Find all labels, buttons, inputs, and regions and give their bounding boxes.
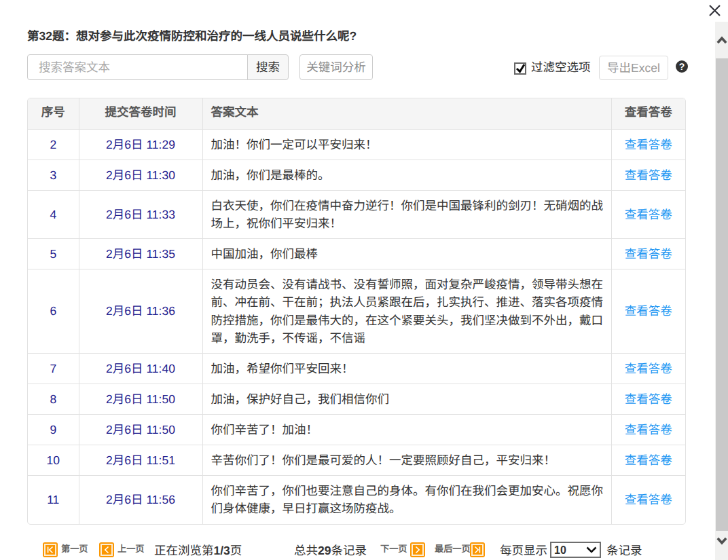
cell-submit-time: 2月6日 11:29 (79, 130, 202, 160)
prev-page-icon[interactable] (99, 542, 114, 557)
table-row: 62月6日 11:36没有动员会、没有请战书、没有誓师照，面对复杂严峻疫情，领导… (28, 269, 685, 354)
export-excel-button[interactable]: 导出Excel (599, 56, 668, 80)
cell-view: 查看答卷 (611, 476, 685, 525)
cell-view: 查看答卷 (611, 354, 685, 384)
answers-table: 序号 提交答卷时间 答案文本 查看答卷 22月6日 11:29加油！你们一定可以… (27, 98, 686, 525)
cell-index: 10 (28, 445, 79, 476)
view-answer-link[interactable]: 查看答卷 (625, 392, 672, 406)
page-fraction: 1/3 (214, 544, 230, 557)
cell-answer-text: 白衣天使，你们在疫情中奋力逆行！你们是中国最锋利的剑刃！无硝烟的战场上，祝你们平… (202, 191, 611, 239)
question-title: 第32题：想对参与此次疫情防控和治疗的一线人员说些什么呢? (27, 27, 357, 44)
cell-submit-time: 2月6日 11:50 (79, 384, 202, 415)
cell-submit-time: 2月6日 11:33 (79, 191, 202, 239)
cell-index: 6 (28, 269, 79, 354)
page-size-select[interactable]: 10 (550, 542, 601, 558)
cell-answer-text: 你们辛苦了，你们也要注意自己的身体。有你们在我们会更加安心。祝愿你们身体健康，早… (202, 476, 611, 525)
header-view: 查看答卷 (611, 98, 685, 130)
cell-submit-time: 2月6日 11:56 (79, 476, 202, 525)
cell-index: 8 (28, 384, 79, 415)
view-answer-link[interactable]: 查看答卷 (625, 304, 672, 318)
filter-empty-label: 过滤空选项 (531, 54, 591, 80)
prev-page-button[interactable]: 上一页 (117, 544, 145, 555)
cell-answer-text: 加油！你们一定可以平安归来！ (202, 130, 611, 160)
cell-view: 查看答卷 (611, 160, 685, 191)
cell-view: 查看答卷 (611, 384, 685, 415)
page-size-select-wrap: 10 (550, 542, 601, 558)
search-input[interactable] (27, 54, 248, 80)
table-header-row: 序号 提交答卷时间 答案文本 查看答卷 (28, 98, 685, 130)
cell-index: 11 (28, 476, 79, 525)
cell-index: 3 (28, 160, 79, 191)
view-answer-link[interactable]: 查看答卷 (625, 493, 672, 506)
search-button[interactable]: 搜索 (247, 54, 289, 80)
header-answer: 答案文本 (202, 98, 611, 130)
table-row: 22月6日 11:29加油！你们一定可以平安归来！查看答卷 (28, 130, 685, 160)
page-position-text: 正在浏览第1/3页 (154, 542, 242, 559)
page-size-suffix: 条记录 (606, 542, 642, 559)
view-answer-link[interactable]: 查看答卷 (625, 138, 672, 151)
filter-empty-checkbox[interactable] (514, 62, 526, 75)
view-answer-link[interactable]: 查看答卷 (625, 208, 672, 221)
cell-view: 查看答卷 (611, 239, 685, 269)
cell-view: 查看答卷 (611, 269, 685, 354)
table-row: 82月6日 11:50加油，保护好自己，我们相信你们查看答卷 (28, 384, 685, 415)
cell-view: 查看答卷 (611, 445, 685, 476)
cell-submit-time: 2月6日 11:36 (79, 269, 202, 354)
cell-index: 4 (28, 191, 79, 239)
cell-submit-time: 2月6日 11:35 (79, 239, 202, 269)
last-page-button[interactable]: 最后一页 (435, 544, 471, 555)
header-time: 提交答卷时间 (79, 98, 202, 130)
page-size-prefix: 每页显示 (500, 542, 547, 559)
cell-answer-text: 加油，希望你们平安回来！ (202, 354, 611, 384)
scrollbar-up-icon[interactable] (716, 35, 727, 44)
total-count: 29 (318, 544, 331, 557)
next-page-button[interactable]: 下一页 (380, 544, 407, 555)
first-page-button[interactable]: 第一页 (61, 544, 88, 555)
keyword-analysis-button[interactable]: 关键词分析 (299, 54, 373, 80)
cell-answer-text: 加油，保护好自己，我们相信你们 (202, 384, 611, 415)
header-index: 序号 (28, 98, 79, 130)
table-row: 32月6日 11:30加油，你们是最棒的。查看答卷 (28, 160, 685, 191)
cell-submit-time: 2月6日 11:51 (79, 445, 202, 476)
cell-submit-time: 2月6日 11:30 (79, 160, 202, 191)
close-icon[interactable] (709, 5, 721, 16)
view-answer-link[interactable]: 查看答卷 (625, 168, 672, 182)
table-row: 42月6日 11:33白衣天使，你们在疫情中奋力逆行！你们是中国最锋利的剑刃！无… (28, 191, 685, 239)
table-row: 112月6日 11:56你们辛苦了，你们也要注意自己的身体。有你们在我们会更加安… (28, 476, 685, 525)
cell-view: 查看答卷 (611, 130, 685, 160)
table-row: 102月6日 11:51辛苦你们了！你们是最可爱的人！一定要照顾好自己，平安归来… (28, 445, 685, 476)
cell-answer-text: 加油，你们是最棒的。 (202, 160, 611, 191)
view-answer-link[interactable]: 查看答卷 (625, 247, 672, 261)
first-page-icon[interactable] (43, 542, 58, 557)
cell-submit-time: 2月6日 11:40 (79, 354, 202, 384)
view-answer-link[interactable]: 查看答卷 (625, 453, 672, 467)
table-row: 52月6日 11:35中国加油，你们最棒查看答卷 (28, 239, 685, 269)
scrollbar-down-icon[interactable] (716, 537, 727, 546)
last-page-icon[interactable] (470, 542, 485, 557)
scrollbar-thumb[interactable] (716, 58, 728, 531)
cell-view: 查看答卷 (611, 415, 685, 445)
cell-answer-text: 没有动员会、没有请战书、没有誓师照，面对复杂严峻疫情，领导带头想在前、冲在前、干… (202, 269, 611, 354)
cell-answer-text: 中国加油，你们最棒 (202, 239, 611, 269)
cell-answer-text: 辛苦你们了！你们是最可爱的人！一定要照顾好自己，平安归来！ (202, 445, 611, 476)
view-answer-link[interactable]: 查看答卷 (625, 423, 672, 436)
cell-index: 2 (28, 130, 79, 160)
table-row: 92月6日 11:50你们辛苦了！加油！查看答卷 (28, 415, 685, 445)
cell-index: 7 (28, 354, 79, 384)
help-icon[interactable]: ? (676, 60, 688, 73)
view-answer-link[interactable]: 查看答卷 (625, 362, 672, 375)
cell-view: 查看答卷 (611, 191, 685, 239)
cell-index: 9 (28, 415, 79, 445)
cell-submit-time: 2月6日 11:50 (79, 415, 202, 445)
total-records-text: 总共29条记录 (294, 542, 367, 559)
next-page-icon[interactable] (410, 542, 425, 557)
checkmark-icon (515, 63, 526, 73)
cell-index: 5 (28, 239, 79, 269)
table-row: 72月6日 11:40加油，希望你们平安回来！查看答卷 (28, 354, 685, 384)
cell-answer-text: 你们辛苦了！加油！ (202, 415, 611, 445)
